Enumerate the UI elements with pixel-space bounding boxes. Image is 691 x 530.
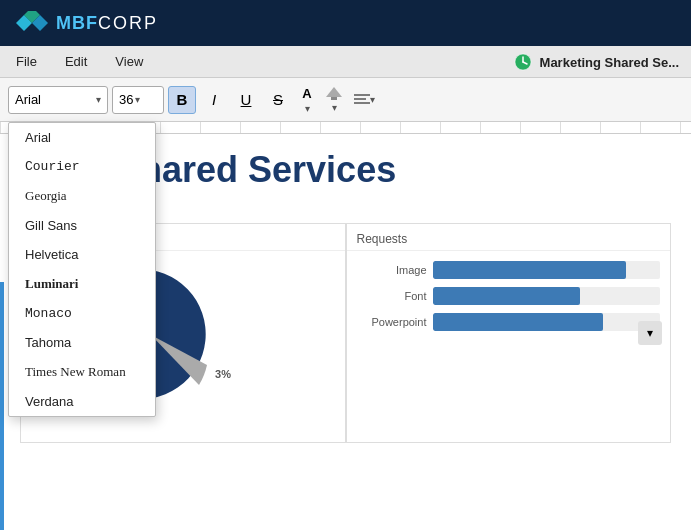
font-option-gillsans[interactable]: Gill Sans <box>9 211 155 240</box>
font-dropdown: Arial Courier Georgia Gill Sans Helvetic… <box>8 122 156 417</box>
font-size-selector[interactable]: 36 ▾ <box>112 86 164 114</box>
font-selector-value: Arial <box>15 92 41 107</box>
menu-bar-right: Marketing Shared Se... <box>502 46 691 78</box>
menu-file[interactable]: File <box>12 52 41 71</box>
logo-container: MBFCORP <box>16 11 158 35</box>
bar-row-image: Image <box>357 261 661 279</box>
bar-label-font: Font <box>357 290 427 302</box>
align-arrow: ▾ <box>370 94 375 105</box>
pie-label-3: 3% <box>215 368 231 380</box>
bar-fill-powerpoint <box>433 313 604 331</box>
font-size-arrow: ▾ <box>135 94 140 105</box>
bar-track-powerpoint <box>433 313 661 331</box>
italic-label: I <box>212 91 216 108</box>
bold-button[interactable]: B <box>168 86 196 114</box>
logo-icon <box>16 11 48 35</box>
underline-button[interactable]: U <box>232 86 260 114</box>
font-option-arial[interactable]: Arial <box>9 123 155 152</box>
bar-row-font: Font <box>357 287 661 305</box>
menu-bar: File Edit View Marketing Shared Se... <box>0 46 691 78</box>
bar-label-powerpoint: Powerpoint <box>357 316 427 328</box>
bar-fill-image <box>433 261 626 279</box>
font-option-verdana[interactable]: Verdana <box>9 387 155 416</box>
italic-button[interactable]: I <box>200 86 228 114</box>
underline-label: U <box>241 91 252 108</box>
svg-marker-6 <box>326 87 342 97</box>
font-selector[interactable]: Arial ▾ <box>8 86 108 114</box>
align-icon <box>354 93 370 107</box>
bar-fill-font <box>433 287 581 305</box>
bar-row-powerpoint: Powerpoint <box>357 313 661 331</box>
chart-right: Requests Image Font <box>346 223 672 443</box>
clock-icon <box>514 53 532 71</box>
menu-edit[interactable]: Edit <box>61 52 91 71</box>
menu-view[interactable]: View <box>111 52 147 71</box>
highlight-color-button[interactable]: ▾ <box>322 86 346 114</box>
toolbar: Arial ▾ 36 ▾ B I U S A ▾ ▾ ▾ Arial <box>0 78 691 122</box>
align-button[interactable]: ▾ <box>350 86 379 114</box>
font-option-monaco[interactable]: Monaco <box>9 299 155 328</box>
font-color-icon: A <box>302 86 311 101</box>
logo-corp: CORP <box>98 13 158 33</box>
highlight-icon <box>326 87 342 101</box>
logo-mbf: MBF <box>56 13 98 33</box>
font-color-arrow: ▾ <box>305 103 310 114</box>
highlight-arrow: ▾ <box>332 102 337 113</box>
menu-bar-title: Marketing Shared Se... <box>540 55 679 70</box>
font-option-courier[interactable]: Courier <box>9 152 155 181</box>
font-option-tahoma[interactable]: Tahoma <box>9 328 155 357</box>
chart-right-title: Requests <box>347 224 671 251</box>
bar-label-image: Image <box>357 264 427 276</box>
svg-rect-7 <box>331 97 337 100</box>
bar-track-image <box>433 261 661 279</box>
strike-label: S <box>273 91 283 108</box>
font-selector-arrow: ▾ <box>96 94 101 105</box>
font-color-button[interactable]: A ▾ <box>296 86 318 114</box>
bar-chart-area: Image Font Powerpoint <box>347 251 671 349</box>
font-option-helvetica[interactable]: Helvetica <box>9 240 155 269</box>
font-size-value: 36 <box>119 92 133 107</box>
logo-text: MBFCORP <box>56 13 158 34</box>
bar-track-font <box>433 287 661 305</box>
font-option-georgia[interactable]: Georgia <box>9 181 155 211</box>
chevron-down-button[interactable]: ▾ <box>638 321 662 345</box>
font-option-luminari[interactable]: Luminari <box>9 269 155 299</box>
font-option-times-new-roman[interactable]: Times New Roman <box>9 357 155 387</box>
top-nav-bar: MBFCORP <box>0 0 691 46</box>
bold-label: B <box>177 91 188 108</box>
strikethrough-button[interactable]: S <box>264 86 292 114</box>
